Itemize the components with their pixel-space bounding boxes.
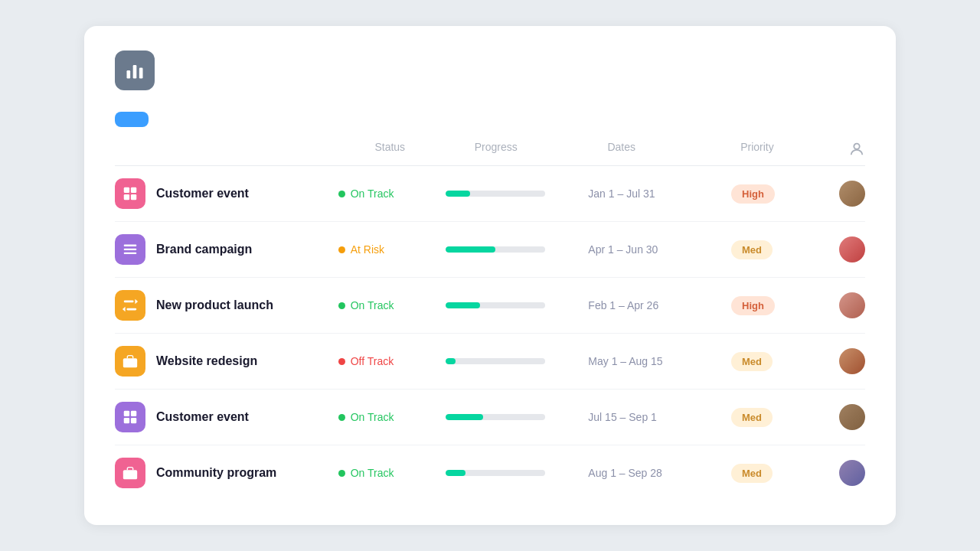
progress-cell — [446, 358, 589, 364]
status-dot — [338, 414, 345, 421]
priority-badge: Med — [731, 352, 773, 371]
col-name — [167, 141, 374, 158]
avatar-cell — [821, 292, 865, 318]
avatar — [839, 181, 865, 207]
svg-rect-9 — [124, 249, 137, 250]
svg-rect-13 — [126, 308, 136, 311]
svg-rect-2 — [139, 68, 143, 79]
svg-rect-18 — [131, 411, 136, 416]
svg-marker-14 — [122, 307, 126, 311]
status-label: Off Track — [351, 355, 394, 367]
svg-rect-15 — [123, 358, 137, 367]
svg-rect-0 — [127, 70, 131, 79]
avatar — [839, 404, 865, 430]
progress-cell — [446, 246, 589, 253]
grid-icon — [115, 402, 145, 432]
project-name: Website redesign — [156, 354, 257, 368]
dates-cell: Jan 1 – Jul 31 — [588, 187, 731, 200]
svg-rect-11 — [124, 301, 134, 303]
priority-cell: Med — [731, 408, 821, 427]
progress-bar-fill — [446, 191, 471, 197]
priority-badge: Med — [731, 408, 773, 427]
dates-cell: May 1 – Aug 15 — [588, 355, 731, 367]
col-dates: Dates — [607, 141, 740, 158]
priority-cell: High — [731, 296, 821, 315]
project-cell: New product launch — [115, 290, 338, 321]
avatar-cell — [821, 348, 865, 374]
svg-rect-8 — [124, 245, 137, 246]
avatar — [839, 292, 865, 318]
dates-cell: Aug 1 – Sep 28 — [588, 467, 731, 479]
table-row[interactable]: Brand campaign At Risk Apr 1 – Jun 30 Me… — [115, 222, 865, 278]
table-row[interactable]: Customer event On Track Jan 1 – Jul 31 H… — [115, 166, 865, 222]
table-row[interactable]: Customer event On Track Jul 15 – Sep 1 M… — [115, 390, 865, 445]
status-dot — [338, 470, 345, 477]
progress-bar-bg — [446, 470, 545, 476]
status-label: At Risk — [351, 243, 384, 256]
table-header: Status Progress Dates Priority — [115, 133, 865, 166]
progress-bar-bg — [446, 414, 545, 420]
project-name: New product launch — [156, 298, 273, 312]
status-label: On Track — [351, 411, 394, 423]
status-cell: On Track — [338, 187, 446, 200]
toolbar — [115, 112, 865, 127]
svg-rect-6 — [124, 194, 129, 200]
svg-marker-12 — [135, 299, 138, 304]
avatar — [839, 460, 865, 486]
priority-cell: Med — [731, 464, 821, 483]
svg-rect-21 — [123, 470, 137, 479]
status-cell: On Track — [338, 411, 446, 423]
avatar-cell — [821, 236, 865, 262]
progress-bar-bg — [446, 191, 545, 197]
progress-cell — [446, 470, 589, 476]
svg-rect-4 — [124, 187, 129, 193]
status-label: On Track — [351, 467, 394, 479]
progress-bar-bg — [446, 302, 545, 308]
priority-badge: High — [731, 184, 775, 204]
avatar — [839, 236, 865, 262]
dates-cell: Feb 1 – Apr 26 — [588, 299, 731, 311]
progress-cell — [446, 414, 589, 420]
svg-rect-7 — [131, 194, 136, 200]
page-header — [115, 51, 865, 90]
project-cell: Customer event — [115, 402, 338, 432]
progress-bar-fill — [446, 414, 483, 420]
svg-rect-19 — [124, 418, 129, 423]
col-priority: Priority — [740, 141, 824, 158]
status-label: On Track — [351, 299, 394, 311]
progress-cell — [446, 302, 589, 308]
col-progress: Progress — [475, 141, 608, 158]
project-cell: Website redesign — [115, 346, 338, 377]
priority-cell: Med — [731, 352, 821, 371]
transfer-icon — [115, 290, 145, 321]
table-row[interactable]: Community program On Track Aug 1 – Sep 2… — [115, 445, 865, 500]
priority-badge: High — [731, 296, 775, 315]
add-project-button[interactable] — [115, 112, 149, 127]
progress-cell — [446, 191, 589, 197]
priority-badge: Med — [731, 240, 773, 259]
col-status: Status — [374, 141, 474, 158]
list-icon — [115, 234, 145, 265]
progress-bar-fill — [446, 246, 495, 253]
main-card: Status Progress Dates Priority Customer … — [84, 26, 896, 525]
table-row[interactable]: New product launch On Track Feb 1 – Apr … — [115, 278, 865, 334]
priority-badge: Med — [731, 464, 773, 483]
dates-cell: Apr 1 – Jun 30 — [588, 243, 731, 256]
grid-icon — [115, 178, 145, 209]
table-row[interactable]: Website redesign Off Track May 1 – Aug 1… — [115, 334, 865, 390]
status-label: On Track — [351, 187, 394, 200]
avatar-cell — [821, 460, 865, 486]
progress-bar-bg — [446, 246, 545, 253]
project-cell: Community program — [115, 458, 338, 488]
project-name: Community program — [156, 466, 276, 480]
project-cell: Brand campaign — [115, 234, 338, 265]
avatar — [839, 348, 865, 374]
chart-bar-icon — [124, 60, 145, 81]
app-icon — [115, 51, 155, 90]
status-dot — [338, 246, 345, 253]
svg-rect-17 — [124, 411, 129, 416]
avatar-cell — [821, 181, 865, 207]
progress-bar-fill — [446, 470, 466, 476]
user-header-icon — [848, 141, 865, 158]
status-dot — [338, 191, 345, 197]
